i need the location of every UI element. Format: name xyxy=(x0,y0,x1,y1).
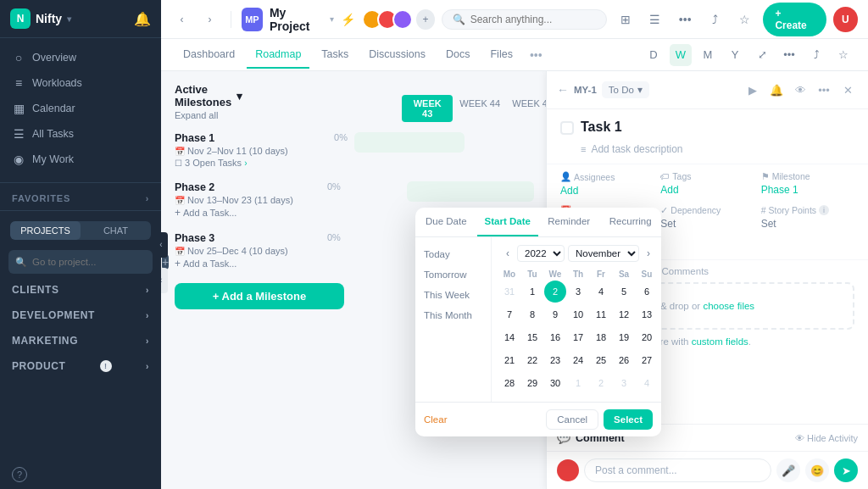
dp-day-8[interactable]: 8 xyxy=(521,303,543,325)
dp-tab-due-date[interactable]: Due Date xyxy=(415,208,477,236)
project-dropdown-icon[interactable]: ▾ xyxy=(330,14,334,24)
view-week-button[interactable]: W xyxy=(670,44,692,66)
grid-view-button[interactable]: ⊞ xyxy=(614,8,637,31)
active-milestones-toggle[interactable]: Active Milestones ▾ xyxy=(175,83,242,108)
nav-item-roadmap[interactable]: Roadmap xyxy=(247,42,309,69)
help-button[interactable]: ? xyxy=(12,467,149,482)
nav-forward-button[interactable]: › xyxy=(199,8,220,31)
dp-day-9[interactable]: 9 xyxy=(544,303,566,325)
emoji-button[interactable]: 😊 xyxy=(805,458,829,482)
app-dropdown[interactable]: ▾ xyxy=(67,14,71,24)
list-view-button[interactable]: ☰ xyxy=(643,8,666,31)
dp-day-6[interactable]: 6 xyxy=(636,281,658,303)
dp-day-21[interactable]: 21 xyxy=(498,349,520,371)
dp-day-4[interactable]: 4 xyxy=(590,281,612,303)
user-avatar[interactable]: U xyxy=(833,7,858,32)
tags-add-button[interactable]: Add xyxy=(660,184,754,196)
dp-shortcut-this-week[interactable]: This Week xyxy=(415,285,491,305)
add-member-button[interactable]: + xyxy=(416,9,434,30)
week-43-button[interactable]: WEEK 43 xyxy=(402,95,453,122)
dp-day-4[interactable]: 4 xyxy=(636,372,658,394)
dp-tab-reminder[interactable]: Reminder xyxy=(538,208,600,236)
tab-chat[interactable]: CHAT xyxy=(81,221,151,240)
dependency-set-button[interactable]: Set xyxy=(660,218,754,230)
task-title[interactable]: Task 1 xyxy=(581,119,622,135)
notifications-bell-icon[interactable]: 🔔 xyxy=(134,11,151,27)
dp-day-30[interactable]: 30 xyxy=(544,372,566,394)
nav-item-tasks[interactable]: Tasks xyxy=(313,42,357,69)
task-description[interactable]: ≡ Add Add task description xyxy=(547,140,868,164)
favorites-section[interactable]: FAVORITES › xyxy=(0,186,161,207)
dp-tab-recurring[interactable]: Recurring xyxy=(600,208,662,236)
dp-prev-button[interactable]: ‹ xyxy=(498,244,517,263)
favorite-view-button[interactable]: ☆ xyxy=(832,44,854,66)
dp-day-29[interactable]: 29 xyxy=(521,372,543,394)
dp-day-28[interactable]: 28 xyxy=(498,372,520,394)
custom-fields-hint-link[interactable]: custom fields xyxy=(692,336,748,347)
dp-month-select[interactable]: November xyxy=(568,245,639,262)
dp-day-27[interactable]: 27 xyxy=(636,349,658,371)
tab-projects[interactable]: PROJECTS xyxy=(10,221,81,240)
task-checkbox[interactable] xyxy=(560,121,574,135)
dp-day-14[interactable]: 14 xyxy=(498,326,520,348)
lightning-icon[interactable]: ⚡ xyxy=(341,13,355,26)
choose-files-link[interactable]: choose files xyxy=(703,301,754,311)
dp-tab-start-date[interactable]: Start Date xyxy=(477,208,539,236)
view-year-button[interactable]: Y xyxy=(724,44,746,66)
star-button[interactable]: ☆ xyxy=(733,8,756,31)
sidebar-item-overview[interactable]: ○ Overview xyxy=(0,45,161,70)
dp-shortcut-tomorrow[interactable]: Tomorrow xyxy=(415,264,491,285)
dp-day-31[interactable]: 31 xyxy=(498,281,520,303)
nav-item-docs[interactable]: Docs xyxy=(437,42,478,69)
view-day-button[interactable]: D xyxy=(643,44,665,66)
dp-day-2[interactable]: 2 xyxy=(544,281,566,303)
task-close-button[interactable]: ✕ xyxy=(837,80,858,100)
dp-day-1[interactable]: 1 xyxy=(521,281,543,303)
sidebar-item-workloads[interactable]: ≡ Workloads xyxy=(0,70,161,96)
nav-more-button[interactable]: ••• xyxy=(525,42,548,69)
dp-shortcut-today[interactable]: Today xyxy=(415,244,491,264)
task-more-button[interactable]: ••• xyxy=(814,80,834,100)
task-back-button[interactable]: ← xyxy=(557,83,569,97)
dp-day-23[interactable]: 23 xyxy=(544,349,566,371)
dp-select-button[interactable]: Select xyxy=(604,409,653,430)
share-view-button[interactable]: ⤴ xyxy=(805,44,827,66)
sidebar-collapse-button[interactable]: ‹ xyxy=(154,232,168,258)
dp-day-12[interactable]: 12 xyxy=(613,303,635,325)
story-points-set-button[interactable]: Set xyxy=(761,218,854,230)
dp-day-25[interactable]: 25 xyxy=(590,349,612,371)
dp-shortcut-this-month[interactable]: This Month xyxy=(415,305,491,325)
view-more-button[interactable]: ••• xyxy=(778,44,800,66)
dp-day-22[interactable]: 22 xyxy=(521,349,543,371)
clients-group-item[interactable]: CLIENTS › xyxy=(0,279,161,301)
product-group-item[interactable]: PRODUCT ! › xyxy=(0,355,161,377)
task-play-button[interactable]: ▶ xyxy=(743,80,763,100)
dp-day-24[interactable]: 24 xyxy=(567,349,589,371)
dp-day-3[interactable]: 3 xyxy=(567,281,589,303)
dp-day-26[interactable]: 26 xyxy=(613,349,635,371)
dp-day-2[interactable]: 2 xyxy=(590,372,612,394)
dp-day-18[interactable]: 18 xyxy=(590,326,612,348)
send-comment-button[interactable]: ➤ xyxy=(834,458,858,482)
sidebar-item-all-tasks[interactable]: ☰ All Tasks xyxy=(0,121,161,147)
voice-button[interactable]: 🎤 xyxy=(776,458,800,482)
dp-next-button[interactable]: › xyxy=(639,244,658,263)
dp-day-5[interactable]: 5 xyxy=(613,281,635,303)
view-fit-button[interactable]: ⤢ xyxy=(751,44,773,66)
search-input[interactable] xyxy=(470,14,596,25)
dp-cancel-button[interactable]: Cancel xyxy=(546,409,598,430)
project-search-input[interactable] xyxy=(32,257,157,267)
dp-day-7[interactable]: 7 xyxy=(498,303,520,325)
dp-clear-button[interactable]: Clear xyxy=(424,414,447,425)
phase-2-add-task[interactable]: + Add a Task... xyxy=(175,207,320,219)
dp-year-select[interactable]: 2022 xyxy=(517,245,565,262)
dp-day-17[interactable]: 17 xyxy=(567,326,589,348)
dp-day-16[interactable]: 16 xyxy=(544,326,566,348)
create-button[interactable]: + Create xyxy=(763,3,826,36)
sidebar-item-calendar[interactable]: ▦ Calendar xyxy=(0,96,161,121)
sidebar-item-my-work[interactable]: ◉ My Work xyxy=(0,147,161,172)
week-45-button[interactable]: WEEK 45 xyxy=(507,95,546,122)
add-milestone-button[interactable]: + Add a Milestone xyxy=(175,283,344,309)
comment-input[interactable] xyxy=(584,458,771,482)
view-month-button[interactable]: M xyxy=(697,44,719,66)
